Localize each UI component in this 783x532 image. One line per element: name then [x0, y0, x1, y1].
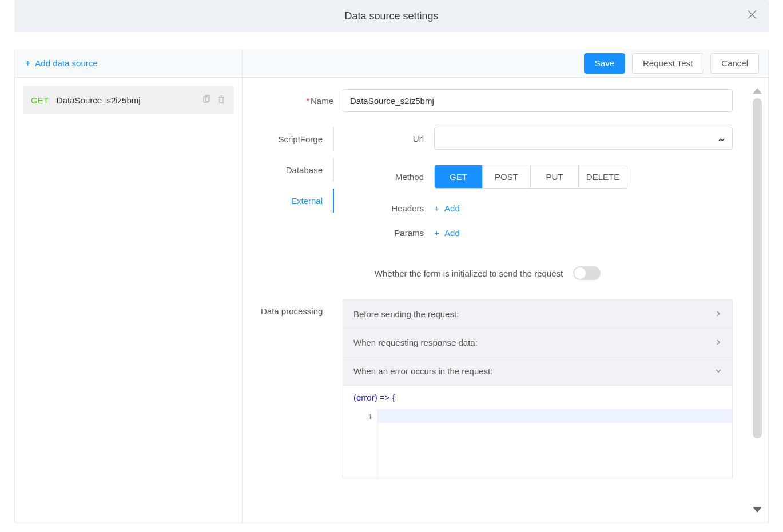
type-tabs-and-form: ScriptForge Database External Url [243, 127, 733, 253]
dp-before-header[interactable]: Before sending the request: [343, 300, 732, 329]
url-input[interactable] [434, 127, 733, 150]
scrollbar[interactable] [746, 78, 768, 523]
method-post[interactable]: POST [483, 165, 531, 188]
method-put[interactable]: PUT [531, 165, 579, 188]
delete-icon[interactable] [217, 95, 226, 106]
headers-label: Headers [334, 203, 434, 213]
plus-icon: + [25, 58, 30, 69]
add-data-source-button[interactable]: + Add data source [15, 49, 242, 78]
dp-response-label: When requesting response data: [353, 338, 478, 347]
tab-external[interactable]: External [261, 189, 334, 213]
init-request-label: Whether the form is initialized to send … [375, 269, 563, 278]
data-processing-accordion: Before sending the request: When request… [343, 299, 733, 478]
save-button[interactable]: Save [584, 53, 625, 74]
toolbar: Save Request Test Cancel [243, 49, 768, 78]
modal: Data source settings + Add data source G… [14, 0, 769, 523]
gutter-line-number: 1 [348, 413, 372, 421]
data-processing-label: Data processing [243, 299, 343, 316]
data-source-item[interactable]: GET DataSource_s2iz5bmj [23, 86, 234, 114]
copy-icon[interactable] [202, 95, 211, 106]
dp-error-label: When an error occurs in the request: [353, 366, 492, 376]
method-group: GET POST PUT DELETE [434, 165, 627, 189]
name-row: Name [243, 89, 733, 112]
main-panel: Save Request Test Cancel Name ScriptForg… [243, 49, 768, 523]
code-area[interactable] [377, 409, 732, 478]
dp-error-body: (error) => { 1 [343, 386, 732, 478]
chevron-right-icon [715, 338, 722, 347]
external-form: Url Method [334, 127, 733, 253]
headers-row: Headers + Add [334, 203, 733, 213]
data-processing-row: Data processing Before sending the reque… [243, 299, 733, 478]
close-icon[interactable] [747, 10, 757, 23]
url-label: Url [334, 134, 434, 143]
modal-title: Data source settings [344, 10, 438, 22]
code-editor[interactable]: 1 [343, 409, 732, 478]
request-test-button[interactable]: Request Test [632, 53, 703, 74]
tab-database[interactable]: Database [261, 158, 334, 182]
source-actions [202, 95, 226, 106]
form-content: Name ScriptForge Database External Url [243, 78, 768, 523]
add-header-button[interactable]: + Add [434, 203, 460, 213]
name-input[interactable] [343, 89, 733, 112]
edit-icon[interactable] [718, 133, 727, 144]
scroll-down-icon[interactable] [753, 507, 762, 513]
add-data-source-label: Add data source [35, 58, 97, 68]
dp-before-label: Before sending the request: [353, 309, 459, 319]
scroll-up-icon[interactable] [753, 88, 762, 94]
code-line[interactable] [377, 409, 732, 423]
method-row: Method GET POST PUT DELETE [334, 165, 733, 189]
data-source-list: GET DataSource_s2iz5bmj [15, 78, 242, 122]
source-method-badge: GET [31, 95, 49, 105]
form-area: Name ScriptForge Database External Url [243, 78, 746, 523]
add-param-button[interactable]: + Add [434, 228, 460, 238]
method-label: Method [334, 172, 434, 182]
scroll-track[interactable] [753, 98, 762, 438]
tab-scriptforge[interactable]: ScriptForge [261, 127, 334, 151]
add-header-label: Add [444, 203, 460, 213]
plus-icon: + [434, 228, 439, 238]
chevron-down-icon [715, 366, 722, 376]
chevron-right-icon [715, 309, 722, 319]
name-label: Name [243, 96, 343, 106]
params-row: Params + Add [334, 228, 733, 238]
method-delete[interactable]: DELETE [579, 165, 627, 188]
source-name-label: DataSource_s2iz5bmj [57, 95, 202, 105]
code-gutter: 1 [343, 409, 377, 478]
method-get[interactable]: GET [435, 165, 483, 188]
modal-header: Data source settings [14, 0, 769, 32]
source-type-tabs: ScriptForge Database External [243, 127, 334, 253]
modal-body: + Add data source GET DataSource_s2iz5bm… [14, 49, 769, 523]
cancel-button[interactable]: Cancel [710, 53, 759, 74]
plus-icon: + [434, 203, 439, 213]
add-param-label: Add [444, 228, 460, 238]
init-request-toggle[interactable] [573, 266, 601, 280]
dp-error-header[interactable]: When an error occurs in the request: [343, 357, 732, 386]
sidebar: + Add data source GET DataSource_s2iz5bm… [15, 49, 243, 523]
init-request-row: Whether the form is initialized to send … [243, 266, 733, 280]
dp-response-header[interactable]: When requesting response data: [343, 329, 732, 357]
error-function-signature: (error) => { [343, 386, 732, 409]
params-label: Params [334, 228, 434, 238]
url-row: Url [334, 127, 733, 150]
